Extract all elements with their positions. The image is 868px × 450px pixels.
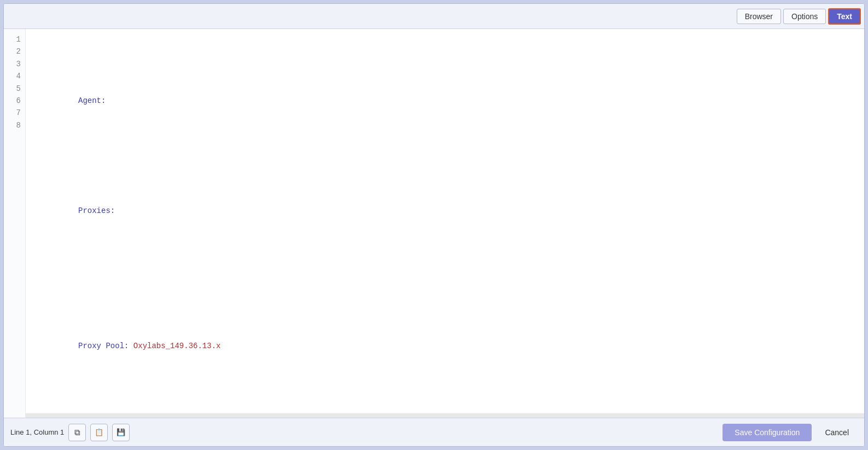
paste-button[interactable]: 📋 bbox=[90, 424, 108, 441]
line-number-4: 4 bbox=[10, 70, 21, 82]
editor-area: 1 2 3 4 5 6 7 8 Agent: Proxies: bbox=[4, 29, 864, 418]
save-icon-button[interactable]: 💾 bbox=[112, 424, 130, 441]
status-bar: Line 1, Column 1 ⧉ 📋 💾 Save Configuratio… bbox=[4, 418, 864, 446]
save-icon: 💾 bbox=[116, 428, 125, 436]
text-button[interactable]: Text bbox=[828, 8, 861, 25]
code-line-3: Proxy Pool: Oxylabs_149.36.13.x bbox=[26, 279, 864, 365]
line-number-2: 2 bbox=[10, 45, 21, 57]
cursor-position: Line 1, Column 1 bbox=[10, 428, 64, 436]
copy-button[interactable]: ⧉ bbox=[68, 424, 86, 441]
code-line-2: Proxies: bbox=[26, 168, 864, 229]
code-content[interactable]: Agent: Proxies: Proxy Pool: Oxylabs_149.… bbox=[26, 29, 864, 418]
line-number-6: 6 bbox=[10, 95, 21, 107]
code-line-1: Agent: bbox=[26, 83, 864, 119]
paste-icon: 📋 bbox=[95, 428, 103, 436]
toolbar: Browser Options Text bbox=[4, 4, 864, 29]
line-number-1: 1 bbox=[10, 33, 21, 45]
status-left: Line 1, Column 1 ⧉ 📋 💾 bbox=[10, 424, 130, 441]
line-number-3: 3 bbox=[10, 58, 21, 70]
options-button[interactable]: Options bbox=[783, 9, 826, 24]
cancel-button[interactable]: Cancel bbox=[816, 424, 858, 441]
code-editor[interactable]: 1 2 3 4 5 6 7 8 Agent: Proxies: bbox=[4, 29, 864, 418]
main-container: Browser Options Text 1 2 3 4 5 6 7 8 Age… bbox=[3, 3, 865, 447]
line-number-5: 5 bbox=[10, 83, 21, 95]
copy-icon: ⧉ bbox=[74, 428, 80, 437]
line-number-7: 7 bbox=[10, 107, 21, 119]
status-right: Save Configuration Cancel bbox=[723, 424, 858, 441]
code-line-4: Commands: URL bbox=[26, 413, 864, 418]
line-numbers: 1 2 3 4 5 6 7 8 bbox=[4, 29, 26, 418]
browser-button[interactable]: Browser bbox=[737, 9, 781, 24]
save-configuration-button[interactable]: Save Configuration bbox=[723, 424, 812, 441]
line-number-8: 8 bbox=[10, 119, 21, 131]
